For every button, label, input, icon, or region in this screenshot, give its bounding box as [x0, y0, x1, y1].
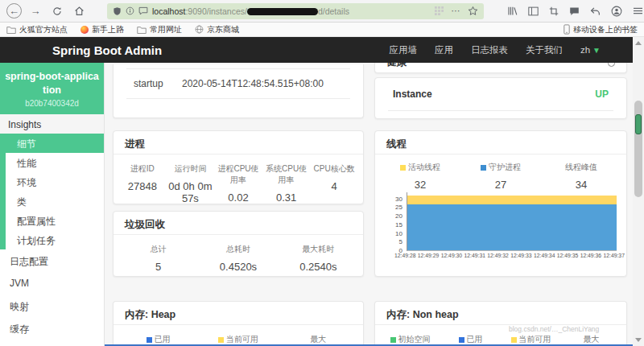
- folder-icon: [6, 26, 16, 34]
- sidebar-item-scheduled-tasks[interactable]: 计划任务: [6, 230, 104, 249]
- legend-square: [147, 337, 152, 343]
- startup-value: 2020-05-14T12:48:54.515+08:00: [182, 78, 324, 89]
- sidebar: spring-boot-application b20b7400342d Ins…: [0, 63, 105, 346]
- stat-value: 27: [460, 179, 541, 191]
- sidebar-item-classes[interactable]: 类: [6, 192, 104, 211]
- health-panel-title: 健康: [386, 63, 626, 69]
- stat-value: 5: [118, 261, 198, 273]
- bookmark-folder-common-sites[interactable]: 常用网址: [137, 24, 182, 35]
- sidebar-item-jvm[interactable]: JVM: [0, 272, 104, 295]
- stat-value: 0.02: [214, 192, 262, 204]
- sidebar-item-mappings[interactable]: 映射: [0, 295, 104, 317]
- application-instance-id: b20b7400342d: [5, 99, 99, 108]
- threads-chart-plot: [407, 192, 617, 251]
- stat-label: 线程峰值: [565, 162, 597, 173]
- bookmark-getting-started[interactable]: 新手上路: [80, 24, 124, 35]
- scrollbar-thumb[interactable]: [634, 101, 642, 197]
- heap-panel: 内存: Heap 已用 当前可用 最大: [113, 301, 364, 346]
- legend-label: 最大: [584, 334, 600, 345]
- home-icon[interactable]: [71, 3, 87, 19]
- nonheap-panel: 内存: Non heap 初始空间 已用 当前可用 最大: [374, 301, 627, 346]
- account-icon[interactable]: [611, 6, 622, 17]
- sidebar-item-loggers[interactable]: 日志配置: [0, 249, 104, 272]
- mobile-phone-icon: [564, 24, 570, 35]
- stat-label: 运行时间: [167, 163, 215, 175]
- scroll-up-icon[interactable]: [635, 41, 642, 45]
- threads-stats: 活动线程32 守护进程27 线程峰值34: [375, 154, 626, 191]
- folder-icon: [137, 26, 147, 34]
- bookmarks-bar: 火狐官方站点 新手上路 常用网址 京东商城 移动设备上的书签: [0, 23, 644, 37]
- sidebar-item-metrics[interactable]: 性能: [6, 153, 104, 172]
- undo-reply-icon[interactable]: [590, 6, 601, 16]
- extension-icon[interactable]: [435, 6, 444, 15]
- url-text: localhost:9090/instances/d/details: [152, 6, 431, 16]
- app-header: Spring Boot Admin 应用墙 应用 日志报表 关于我们 zh ▼: [0, 37, 633, 63]
- language-switcher[interactable]: zh ▼: [580, 45, 601, 55]
- stat-label: 最大耗时: [279, 244, 358, 255]
- sidebar-toggle-icon[interactable]: [528, 6, 539, 16]
- startup-label: startup: [134, 78, 182, 89]
- feedback-bubble-icon[interactable]: [569, 6, 580, 16]
- heap-legend: 已用 当前可用 最大: [114, 325, 363, 345]
- stat-value: 27848: [118, 180, 167, 192]
- stat-value: 32: [380, 179, 460, 191]
- instance-status-badge: UP: [595, 89, 609, 100]
- sidebar-item-config-properties[interactable]: 配置属性: [6, 211, 104, 230]
- legend-square: [400, 165, 406, 171]
- sidebar-item-environment[interactable]: 环境: [6, 172, 104, 192]
- stat-value: 0.2540s: [279, 261, 358, 273]
- instance-label: Instance: [393, 89, 432, 100]
- sidebar-item-details[interactable]: 细节: [0, 134, 104, 153]
- stat-label: CPU核心数: [310, 163, 358, 175]
- threads-chart-xaxis: 12:49:2812:49:2912:49:3012:49:3112:49:32…: [394, 253, 625, 258]
- stat-label: 系统CPU使用率: [262, 163, 311, 186]
- bookmark-star-icon[interactable]: [468, 6, 478, 16]
- process-panel: 进程 进程ID27848 运行时间0d 0h 0m 57s 进程CPU使用率0.…: [113, 130, 364, 204]
- nav-journal[interactable]: 日志报表: [471, 44, 508, 56]
- library-icon[interactable]: [507, 6, 518, 16]
- nav-applications[interactable]: 应用: [435, 44, 453, 56]
- legend-square: [511, 337, 517, 343]
- app-nav: 应用墙 应用 日志报表 关于我们 zh ▼: [389, 44, 601, 56]
- scroll-down-icon[interactable]: [635, 338, 642, 342]
- legend-label: 已用: [155, 334, 171, 345]
- sidebar-item-caches[interactable]: 缓存: [0, 317, 104, 340]
- threads-chart-yaxis: 051015202530: [385, 192, 407, 251]
- site-info-icon[interactable]: [126, 6, 134, 15]
- scrollbar-marker: [635, 114, 642, 134]
- refresh-icon[interactable]: [49, 3, 65, 19]
- firefox-icon: [80, 26, 89, 34]
- page-actions-icon[interactable]: ⋯: [448, 3, 464, 19]
- redacted-url-segment: [247, 8, 318, 15]
- stat-value: 0.31: [262, 192, 311, 204]
- threads-chart: 051015202530: [385, 192, 617, 251]
- application-box[interactable]: spring-boot-application b20b7400342d: [0, 63, 104, 114]
- legend-label: 当前可用: [519, 334, 551, 345]
- sidebar-submenu: 细节 性能 环境 类 配置属性 计划任务: [0, 134, 104, 249]
- nav-wallboard[interactable]: 应用墙: [389, 44, 417, 56]
- stat-label: 总计: [118, 244, 198, 255]
- page-scrollbar[interactable]: [633, 37, 644, 346]
- stat-value: 34: [541, 179, 621, 191]
- threads-panel-title: 线程: [375, 131, 626, 154]
- back-icon[interactable]: ←: [6, 3, 22, 19]
- app-brand[interactable]: Spring Boot Admin: [52, 43, 162, 57]
- bookmark-jd[interactable]: 京东商城: [195, 24, 239, 35]
- gc-panel: 垃圾回收 总计5 总耗时0.4520s 最大耗时0.2540s: [113, 211, 364, 277]
- url-bar[interactable]: localhost:9090/instances/d/details ⋯: [107, 3, 484, 19]
- reader-bubble-icon[interactable]: [138, 6, 148, 15]
- stat-label: 进程CPU使用率: [214, 163, 262, 186]
- menu-hamburger-icon[interactable]: [633, 6, 643, 15]
- shield-icon[interactable]: [113, 6, 122, 16]
- csdn-watermark: blog.csdn.net/…_ChenLiYang: [509, 325, 599, 333]
- nav-about[interactable]: 关于我们: [526, 44, 563, 56]
- process-panel-title: 进程: [114, 131, 363, 154]
- sidebar-section-insights[interactable]: Insights: [0, 114, 104, 134]
- bookmark-mobile-bookmarks[interactable]: 移动设备上的书签: [564, 24, 638, 35]
- chevron-down-icon: ▼: [592, 46, 601, 55]
- globe-icon: [195, 25, 204, 34]
- screenshot-crop-icon[interactable]: [549, 6, 559, 16]
- bookmark-folder-firefox-official[interactable]: 火狐官方站点: [6, 24, 68, 35]
- stat-value: 4: [310, 180, 358, 192]
- forward-icon[interactable]: →: [27, 3, 43, 19]
